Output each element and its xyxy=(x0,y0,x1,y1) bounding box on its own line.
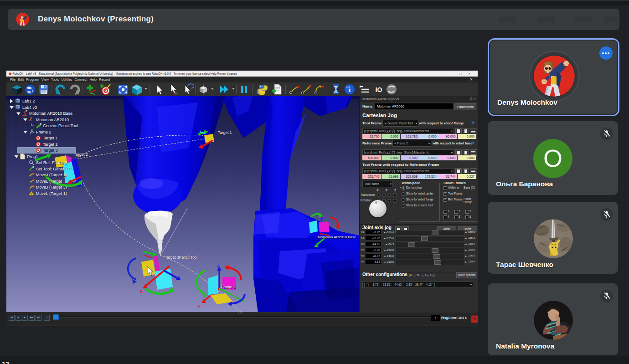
svg-text:Motoman AR2010 Base: Motoman AR2010 Base xyxy=(318,235,356,239)
svg-text:Target 1: Target 1 xyxy=(218,130,232,135)
svg-text:Motoman AR2010 Base: Motoman AR2010 Base xyxy=(29,111,72,116)
svg-text:Prog1: Prog1 xyxy=(27,154,38,159)
svg-text:Set Ref: Frame 2: Set Ref: Frame 2 xyxy=(36,160,67,165)
svg-text:Z: Z xyxy=(217,264,220,269)
svg-text:Motoman AR2010: Motoman AR2010 xyxy=(36,118,69,122)
svg-text:MoveJ (Target 1): MoveJ (Target 1) xyxy=(36,173,67,177)
svg-text:Frame 2: Frame 2 xyxy=(36,130,52,134)
svg-text:Frame 2: Frame 2 xyxy=(221,285,236,289)
svg-text:Target 1: Target 1 xyxy=(43,136,58,140)
svg-text:Set Tool: Generic P: Set Tool: Generic P xyxy=(36,167,71,171)
svg-text:Target 2: Target 2 xyxy=(74,152,88,157)
svg-text:Lab4 v3: Lab4 v3 xyxy=(22,105,37,110)
svg-text:Lab1 2: Lab1 2 xyxy=(22,99,35,103)
svg-text:Generic Pencil Tool: Generic Pencil Tool xyxy=(43,123,78,128)
svg-text:i: i xyxy=(349,86,351,93)
svg-text:Z: Z xyxy=(29,117,32,122)
svg-text:Target 2: Target 2 xyxy=(43,142,58,147)
svg-text:X: X xyxy=(140,289,143,294)
svg-text:Target 3Pencil Tool: Target 3Pencil Tool xyxy=(165,255,198,260)
svg-text:MoveL (Target 1): MoveL (Target 1) xyxy=(36,191,67,196)
svg-text:IO: IO xyxy=(376,86,382,93)
svg-text:MoveL (Target: MoveL (Target xyxy=(36,179,62,184)
svg-text:MoveJ (Target 3): MoveJ (Target 3) xyxy=(36,185,67,190)
svg-text:X: X xyxy=(197,304,200,308)
svg-text:!: ! xyxy=(31,192,32,195)
svg-text:Target 3: Target 3 xyxy=(43,148,58,153)
